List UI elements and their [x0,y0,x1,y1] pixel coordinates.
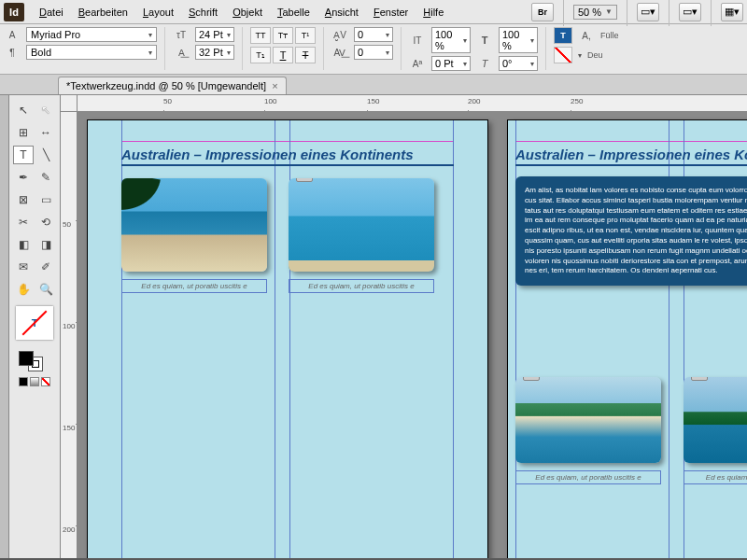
apply-none-button[interactable] [41,377,50,386]
caption-3[interactable]: Ed es quiam, ut poratib uscitis e [515,470,661,484]
menu-ansicht[interactable]: Ansicht [317,3,366,21]
selection-tool[interactable]: ↖ [13,101,34,119]
menu-bearbeiten[interactable]: Bearbeiten [71,3,135,21]
screen-mode-button[interactable]: ▭▾ [679,3,701,21]
app-logo: Id [4,3,24,21]
document-tab[interactable]: *Textwerkzeug.indd @ 50 % [Umgewandelt] … [58,77,287,94]
menu-objekt[interactable]: Objekt [225,3,270,21]
subscript-button[interactable]: T₁ [250,47,271,63]
default-colors-button[interactable] [19,377,28,386]
skew-input[interactable]: 0°▾ [499,56,538,71]
vscale-icon: IT [409,33,426,48]
menu-hilfe[interactable]: Hilfe [416,3,451,21]
menu-fenster[interactable]: Fenster [366,3,416,21]
strikethrough-button[interactable]: T [295,47,316,63]
caption-1[interactable]: Ed es quiam, ut poratib uscitis e [121,279,267,293]
zoom-tool[interactable]: 🔍 [35,280,56,299]
pencil-tool[interactable]: ✎ [35,168,56,187]
image-frame-4[interactable]: ? [684,377,747,463]
tracking-icon: AV͟ [331,45,348,60]
hscale-icon: T [476,33,493,48]
image-frame-1[interactable] [121,178,267,272]
free-transform-tool[interactable]: ⟲ [35,213,56,231]
toolbox: ↖↖ ⊞↔ T╲ ✒✎ ⊠▭ ✂⟲ ◧◨ ✉✐ ✋🔍 T [9,95,61,558]
image-frame-2[interactable] [289,178,434,272]
char-format-icon[interactable]: A [4,27,21,42]
view-options-button[interactable]: ▭▾ [637,3,659,21]
apply-color-button[interactable] [30,377,39,386]
document-page-right[interactable]: Australien – Impressionen eines Konti Am… [507,119,747,558]
pen-tool[interactable]: ✒ [13,168,34,187]
rectangle-tool[interactable]: ▭ [35,190,56,209]
canvas-area[interactable]: 50 100 150 200 250 50 100 150 200 Austra… [61,95,747,558]
page-title: Australien – Impressionen eines Kontinen… [121,147,454,166]
document-tab-title: *Textwerkzeug.indd @ 50 % [Umgewandelt] [66,80,266,91]
image-frame-3[interactable] [515,377,661,463]
type-tool-large[interactable]: T [16,306,53,340]
note-tool[interactable]: ✉ [13,258,34,276]
body-text-frame[interactable]: Am alist, as nobitat lam volores es nobi… [515,176,747,286]
baseline-shift-input[interactable]: 0 Pt▾ [431,56,471,71]
eyedropper-tool[interactable]: ✐ [35,258,56,276]
vscale-input[interactable]: 100 %▾ [431,27,471,53]
gradient-feather-tool[interactable]: ◨ [35,235,56,254]
direct-selection-tool[interactable]: ↖ [35,101,56,119]
rectangle-frame-tool[interactable]: ⊠ [13,190,34,209]
zoom-select[interactable]: 50 %▼ [573,5,617,20]
font-weight-select[interactable]: Bold▾ [26,45,157,60]
fill-color-button[interactable]: T [554,27,572,44]
menu-datei[interactable]: Datei [32,3,71,21]
scissors-tool[interactable]: ✂ [13,213,34,231]
type-tool[interactable]: T [13,146,34,164]
font-family-select[interactable]: Myriad Pro▾ [26,27,157,42]
leading-input[interactable]: 32 Pt▾ [195,45,234,60]
gradient-swatch-tool[interactable]: ◧ [13,235,34,254]
fill-label: A, [578,28,595,43]
vertical-ruler[interactable]: 50 100 150 200 [61,112,78,558]
para-format-icon[interactable]: ¶ [4,45,21,60]
color-swatches[interactable] [12,351,57,371]
allcaps-button[interactable]: TT [250,27,271,44]
baseline-shift-icon: Aª [409,56,426,71]
bridge-button[interactable]: Br [531,3,554,21]
caption-2[interactable]: Ed es quiam, ut poratib uscitis e [289,279,434,293]
fill-swatch[interactable] [19,351,34,366]
tracking-input[interactable]: 0▾ [354,45,393,60]
line-tool[interactable]: ╲ [35,146,56,164]
menu-schrift[interactable]: Schrift [181,3,225,21]
kerning-input[interactable]: 0▾ [354,27,393,42]
font-size-input[interactable]: 24 Pt▾ [195,27,234,42]
dock-strip[interactable] [0,95,9,558]
arrange-button[interactable]: ▦▾ [721,3,743,21]
kerning-icon: A̮V [331,27,348,42]
leading-icon: A͟ [173,45,190,60]
caption-4[interactable]: Ed es quiam, ut poratib [684,470,747,484]
smallcaps-button[interactable]: Tᴛ [273,27,293,44]
font-size-icon: τT [173,27,190,42]
menu-layout[interactable]: Layout [135,3,181,21]
document-page-left[interactable]: Australien – Impressionen eines Kontinen… [87,119,488,558]
menu-tabelle[interactable]: Tabelle [270,3,317,21]
ruler-origin[interactable] [61,95,78,112]
gap-tool[interactable]: ↔ [35,123,56,142]
close-tab-button[interactable]: × [272,80,277,91]
skew-icon: T [476,56,493,71]
hand-tool[interactable]: ✋ [13,280,34,299]
horizontal-ruler[interactable]: 50 100 150 200 250 [78,95,747,112]
hscale-input[interactable]: 100 %▾ [499,27,538,53]
stroke-color-button[interactable] [554,47,572,63]
control-panel: A Myriad Pro▾ ¶ Bold▾ τT 24 Pt▾ A͟ 32 Pt… [0,24,747,75]
superscript-button[interactable]: T¹ [295,27,316,44]
page-tool[interactable]: ⊞ [13,123,34,142]
page-title-right: Australien – Impressionen eines Konti [515,147,747,166]
underline-button[interactable]: T [273,47,293,63]
